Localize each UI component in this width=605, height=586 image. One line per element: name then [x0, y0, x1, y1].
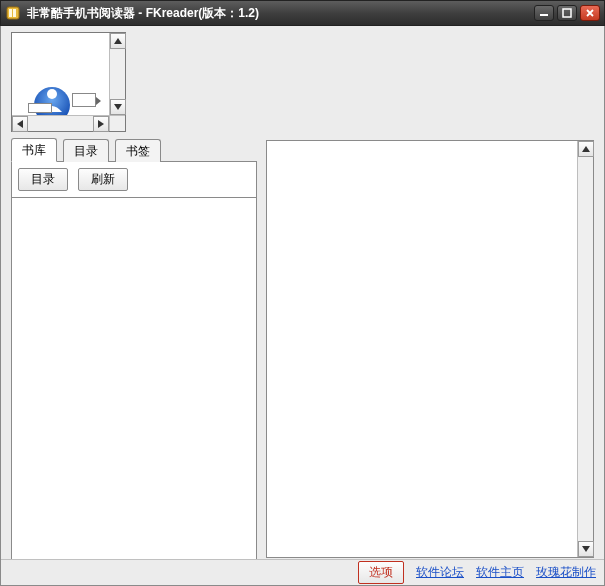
preview-horizontal-scrollbar[interactable] — [12, 115, 109, 131]
viewer-vertical-scrollbar[interactable] — [577, 141, 593, 557]
svg-rect-2 — [13, 9, 16, 17]
close-button[interactable] — [580, 5, 600, 21]
link-home[interactable]: 软件主页 — [476, 564, 524, 581]
window-title: 非常酷手机书阅读器 - FKreader(版本：1.2) — [27, 5, 534, 22]
link-forum[interactable]: 软件论坛 — [416, 564, 464, 581]
tab-label: 书库 — [22, 143, 46, 157]
maximize-button[interactable] — [557, 5, 577, 21]
toc-button[interactable]: 目录 — [18, 168, 68, 191]
svg-rect-3 — [540, 14, 548, 16]
tab-toc[interactable]: 目录 — [63, 139, 109, 162]
refresh-button[interactable]: 刷新 — [78, 168, 128, 191]
content-viewer[interactable] — [266, 140, 594, 558]
svg-rect-1 — [9, 9, 12, 17]
app-icon — [5, 5, 21, 21]
minimize-button[interactable] — [534, 5, 554, 21]
scroll-down-button[interactable] — [110, 99, 126, 115]
svg-rect-4 — [563, 9, 571, 17]
tab-library[interactable]: 书库 — [11, 138, 57, 162]
scroll-right-button[interactable] — [93, 116, 109, 132]
scroll-left-button[interactable] — [12, 116, 28, 132]
scroll-up-button[interactable] — [578, 141, 594, 157]
client-area: 书库 目录 书签 目录 刷新 选项 软件论坛 软件主页 玫瑰花制作 — [0, 26, 605, 586]
left-column: 书库 目录 书签 目录 刷新 — [11, 140, 257, 582]
preview-placeholder-icon — [28, 103, 52, 113]
left-toolbar: 目录 刷新 — [11, 162, 257, 198]
preview-pane — [11, 32, 126, 132]
tab-bookmarks[interactable]: 书签 — [115, 139, 161, 162]
tab-label: 目录 — [74, 144, 98, 158]
window-buttons — [534, 5, 600, 21]
svg-point-6 — [47, 89, 57, 99]
preview-placeholder-icon — [72, 93, 96, 107]
preview-vertical-scrollbar[interactable] — [109, 33, 125, 115]
preview-scroll-corner — [109, 115, 125, 131]
tab-strip: 书库 目录 书签 — [11, 140, 257, 162]
tab-label: 书签 — [126, 144, 150, 158]
scroll-up-button[interactable] — [110, 33, 126, 49]
library-list[interactable] — [11, 198, 257, 582]
options-button[interactable]: 选项 — [358, 561, 404, 584]
link-rose[interactable]: 玫瑰花制作 — [536, 564, 596, 581]
scroll-down-button[interactable] — [578, 541, 594, 557]
title-bar: 非常酷手机书阅读器 - FKreader(版本：1.2) — [0, 0, 605, 26]
bottom-bar: 选项 软件论坛 软件主页 玫瑰花制作 — [1, 559, 604, 585]
